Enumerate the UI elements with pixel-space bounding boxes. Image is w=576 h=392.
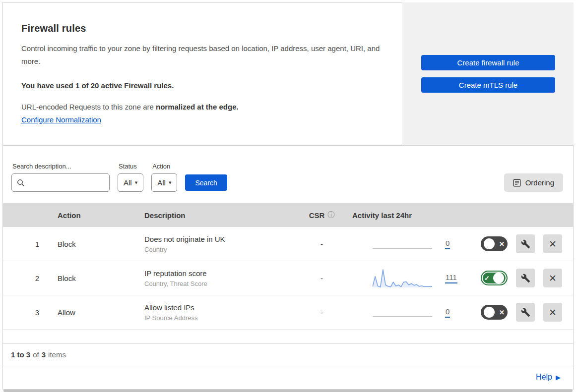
toggle-x-icon: ✕ (499, 241, 505, 247)
action-column-header: Action (48, 211, 134, 220)
rule-controls: ✕ ✕ (469, 303, 573, 322)
rule-fields: IP Source Address (144, 314, 293, 322)
info-icon[interactable]: ⓘ (327, 211, 334, 220)
toggle-check-icon: ✓ (484, 275, 490, 281)
search-box[interactable] (11, 173, 110, 192)
activity-count-link[interactable]: 111 (445, 273, 457, 283)
search-input[interactable] (25, 179, 104, 187)
table-header-row: Action Description CSR ⓘ Activity last 2… (3, 203, 573, 227)
rule-description: Allow listed IPs (144, 303, 293, 312)
ordering-button-label: Ordering (525, 178, 554, 187)
ordering-list-icon (513, 179, 521, 187)
normalization-note: URL-encoded Requests to this zone are no… (21, 103, 382, 111)
close-icon: ✕ (549, 273, 557, 284)
rule-csr: - (293, 274, 350, 282)
close-icon: ✕ (549, 307, 557, 318)
help-link[interactable]: Help ▶ (536, 373, 561, 382)
pagination-range: 1 to 3 (11, 350, 30, 359)
rule-controls: ✓ ✕ (469, 269, 573, 287)
search-button[interactable]: Search (185, 174, 227, 191)
activity-count-link[interactable]: 0 (445, 239, 450, 249)
toggle-knob (484, 238, 495, 249)
rule-priority: 3 (3, 308, 48, 317)
delete-rule-button[interactable]: ✕ (543, 234, 562, 253)
rule-fields: Country, Threat Score (144, 280, 293, 287)
rule-csr: - (293, 240, 350, 248)
action-select[interactable]: All ▾ (151, 173, 177, 192)
normalization-note-bold: normalized at the edge. (156, 103, 239, 111)
wrench-icon (521, 239, 530, 249)
pagination-summary: 1 to 3 of 3 items (3, 344, 573, 365)
search-label: Search description... (12, 163, 110, 170)
wrench-icon (521, 308, 530, 317)
rule-enabled-toggle[interactable]: ✓ (481, 271, 508, 285)
status-filter-group: Status All ▾ (118, 163, 143, 192)
chevron-down-icon: ▾ (169, 179, 172, 186)
status-label: Status (119, 163, 143, 170)
rule-action: Block (48, 240, 134, 248)
configure-normalization-link[interactable]: Configure Normalization (21, 115, 101, 124)
search-icon (17, 179, 25, 187)
rule-description-cell: IP reputation score Country, Threat Scor… (134, 269, 293, 287)
page-description: Control incoming traffic to your zone by… (21, 42, 382, 68)
wrench-icon (521, 274, 530, 283)
table-row: 2 Block IP reputation score Country, Thr… (3, 261, 573, 295)
rule-activity-cell: 0 (350, 307, 469, 318)
pagination-of: of (33, 350, 39, 359)
rule-description: Does not originate in UK (144, 235, 293, 243)
rule-description-cell: Allow listed IPs IP Source Address (134, 303, 293, 322)
delete-rule-button[interactable]: ✕ (543, 303, 562, 322)
rule-activity-cell: 0 (350, 239, 469, 249)
activity-flatline (373, 248, 432, 249)
close-icon: ✕ (549, 238, 557, 250)
firewall-rules-page: Firewall rules Control incoming traffic … (0, 0, 576, 392)
edit-rule-button[interactable] (516, 269, 535, 287)
usage-summary: You have used 1 of 20 active Firewall ru… (21, 81, 382, 90)
rule-enabled-toggle[interactable]: ✕ (481, 236, 508, 251)
action-label: Action (152, 163, 177, 170)
activity-column-header: Activity last 24hr (350, 211, 469, 220)
table-row: 1 Block Does not originate in UK Country… (3, 227, 573, 261)
activity-flatline (373, 316, 432, 317)
csr-header-label: CSR (309, 211, 325, 220)
rule-priority: 2 (3, 274, 48, 282)
intro-card: Firewall rules Control incoming traffic … (2, 2, 402, 145)
rule-csr: - (293, 308, 350, 317)
delete-rule-button[interactable]: ✕ (543, 269, 562, 287)
pagination-total: 3 (42, 350, 46, 359)
rules-list-card: Search description... Status All ▾ Actio… (2, 145, 574, 365)
description-column-header: Description (134, 211, 293, 220)
help-link-label: Help (536, 373, 552, 382)
rule-description-cell: Does not originate in UK Country (134, 235, 293, 253)
page-title: Firewall rules (21, 23, 382, 34)
action-filter-group: Action All ▾ (151, 163, 177, 192)
status-select[interactable]: All ▾ (118, 173, 143, 192)
table-bottom-spacer (3, 330, 573, 344)
rule-enabled-toggle[interactable]: ✕ (481, 305, 508, 320)
edit-rule-button[interactable] (516, 234, 535, 253)
activity-count-link[interactable]: 0 (445, 307, 450, 318)
ordering-button[interactable]: Ordering (504, 173, 563, 192)
toggle-knob (484, 307, 495, 318)
action-select-value: All (157, 178, 166, 187)
filter-bar: Search description... Status All ▾ Actio… (3, 146, 573, 203)
help-arrow-icon: ▶ (556, 374, 561, 381)
toggle-knob (493, 273, 504, 283)
edit-rule-button[interactable] (516, 303, 535, 322)
activity-sparkline (373, 268, 432, 288)
intro-section: Firewall rules Control incoming traffic … (2, 2, 574, 145)
help-bar: Help ▶ (2, 365, 574, 390)
toggle-x-icon: ✕ (499, 309, 505, 316)
pagination-items: items (48, 350, 66, 359)
chevron-down-icon: ▾ (135, 179, 138, 186)
create-firewall-rule-button[interactable]: Create firewall rule (421, 55, 555, 70)
rule-description: IP reputation score (144, 269, 293, 278)
csr-column-header: CSR ⓘ (293, 211, 350, 220)
normalization-note-text: URL-encoded Requests to this zone are (21, 103, 156, 111)
rule-action: Block (48, 274, 134, 282)
rule-action: Allow (48, 308, 134, 317)
rule-fields: Country (144, 246, 293, 253)
page-bottom-edge (3, 390, 573, 392)
table-row: 3 Allow Allow listed IPs IP Source Addre… (3, 295, 573, 330)
create-mtls-rule-button[interactable]: Create mTLS rule (421, 77, 555, 93)
